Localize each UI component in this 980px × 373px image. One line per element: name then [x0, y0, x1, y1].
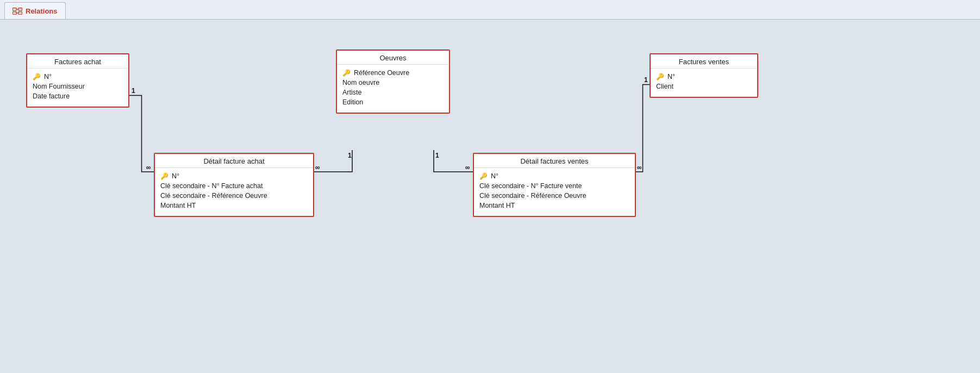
field-label: Clé secondaire - N° Facture vente — [479, 182, 582, 190]
svg-text:1: 1 — [132, 87, 135, 95]
table-oeuvres[interactable]: Oeuvres Référence Oeuvre Nom oeuvre Arti… — [336, 49, 450, 114]
field-row: Nom Fournisseur — [33, 82, 123, 91]
svg-text:∞: ∞ — [465, 164, 470, 171]
field-label: Nom Fournisseur — [33, 83, 85, 90]
svg-rect-4 — [18, 12, 22, 14]
svg-rect-1 — [18, 8, 22, 10]
field-row: N° — [33, 72, 123, 82]
field-label: Clé secondaire - Référence Oeuvre — [160, 192, 267, 200]
field-label: N° — [667, 73, 675, 80]
relations-icon — [13, 7, 22, 15]
tab-label: Relations — [26, 7, 58, 15]
field-row: Référence Oeuvre — [342, 68, 444, 78]
field-row: Date facture — [33, 91, 123, 101]
field-label: Artiste — [342, 89, 361, 96]
canvas: 1∞1∞1∞1∞ Factures achat N° Nom Fournisse… — [0, 20, 980, 373]
field-label: Date facture — [33, 92, 70, 100]
field-row: Edition — [342, 97, 444, 107]
key-icon — [342, 69, 351, 77]
field-label: N° — [44, 73, 52, 80]
field-row: Clé secondaire - N° Facture achat — [160, 181, 308, 191]
field-label: Montant HT — [479, 202, 515, 209]
table-title-detail-factures-ventes: Détail factures ventes — [474, 154, 635, 168]
tab-bar: Relations — [0, 0, 980, 20]
field-label: Montant HT — [160, 202, 196, 209]
field-row: Clé secondaire - N° Facture vente — [479, 181, 629, 191]
table-title-factures-achat: Factures achat — [27, 54, 128, 69]
svg-text:1: 1 — [435, 152, 439, 159]
field-label: Nom oeuvre — [342, 79, 379, 86]
table-body-oeuvres: Référence Oeuvre Nom oeuvre Artiste Edit… — [337, 65, 449, 113]
svg-text:∞: ∞ — [146, 164, 151, 171]
table-title-oeuvres: Oeuvres — [337, 51, 449, 65]
svg-text:∞: ∞ — [315, 164, 320, 171]
svg-text:1: 1 — [644, 76, 648, 84]
field-label: Edition — [342, 98, 363, 106]
table-title-factures-ventes: Factures ventes — [651, 54, 757, 69]
field-row: Clé secondaire - Référence Oeuvre — [479, 191, 629, 201]
svg-rect-0 — [13, 8, 16, 10]
table-factures-ventes[interactable]: Factures ventes N° Client — [650, 53, 758, 98]
field-label: Référence Oeuvre — [354, 69, 409, 77]
field-label: Clé secondaire - N° Facture achat — [160, 182, 263, 190]
table-detail-facture-achat[interactable]: Détail facture achat N° Clé secondaire -… — [154, 153, 314, 217]
key-icon — [656, 73, 665, 80]
field-row: Montant HT — [479, 201, 629, 210]
field-label: N° — [491, 172, 498, 180]
field-label: N° — [172, 172, 179, 180]
svg-text:∞: ∞ — [637, 164, 642, 171]
key-icon — [160, 172, 169, 180]
table-body-factures-ventes: N° Client — [651, 69, 757, 97]
field-row: Clé secondaire - Référence Oeuvre — [160, 191, 308, 201]
table-body-factures-achat: N° Nom Fournisseur Date facture — [27, 69, 128, 107]
field-row: Montant HT — [160, 201, 308, 210]
relations-tab[interactable]: Relations — [4, 2, 66, 19]
field-row: Client — [656, 82, 752, 91]
table-detail-factures-ventes[interactable]: Détail factures ventes N° Clé secondaire… — [473, 153, 636, 217]
table-body-detail-factures-ventes: N° Clé secondaire - N° Facture vente Clé… — [474, 168, 635, 216]
field-row: Artiste — [342, 88, 444, 97]
table-title-detail-facture-achat: Détail facture achat — [155, 154, 313, 168]
key-icon — [479, 172, 488, 180]
field-row: Nom oeuvre — [342, 78, 444, 88]
table-factures-achat[interactable]: Factures achat N° Nom Fournisseur Date f… — [26, 53, 129, 108]
field-row: N° — [656, 72, 752, 82]
table-body-detail-facture-achat: N° Clé secondaire - N° Facture achat Clé… — [155, 168, 313, 216]
field-row: N° — [479, 171, 629, 181]
field-label: Clé secondaire - Référence Oeuvre — [479, 192, 586, 200]
key-icon — [33, 73, 41, 80]
field-label: Client — [656, 83, 673, 90]
field-row: N° — [160, 171, 308, 181]
svg-text:1: 1 — [348, 152, 352, 159]
svg-rect-3 — [13, 12, 16, 14]
